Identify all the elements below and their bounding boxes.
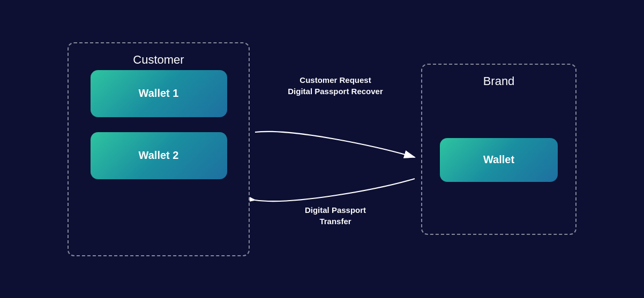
arrow-bottom-label: Digital Passport Transfer [305,204,366,227]
wallet1-label: Wallet 1 [139,87,179,100]
wallet1-card: Wallet 1 [91,70,227,117]
customer-label: Customer [133,53,184,67]
brand-wallet-card: Wallet [440,138,558,182]
wallet2-card: Wallet 2 [91,132,227,179]
customer-box: Customer Wallet 1 Wallet 2 [68,42,250,256]
arrow-top-line2: Digital Passport Recover [288,87,383,96]
brand-box: Brand Wallet [421,64,576,235]
arrow-top-line1: Customer Request [299,75,371,85]
arrow-bottom-line1: Digital Passport [305,205,366,215]
brand-label: Brand [483,74,515,88]
middle-section: Customer Request Digital Passport Recove… [250,42,421,256]
diagram-container: Customer Wallet 1 Wallet 2 Customer Requ… [27,21,617,278]
brand-wallet-label: Wallet [483,154,514,166]
wallet2-label: Wallet 2 [139,149,179,162]
arrow-bottom-line2: Transfer [319,217,351,226]
arrow-top-label: Customer Request Digital Passport Recove… [288,74,383,97]
